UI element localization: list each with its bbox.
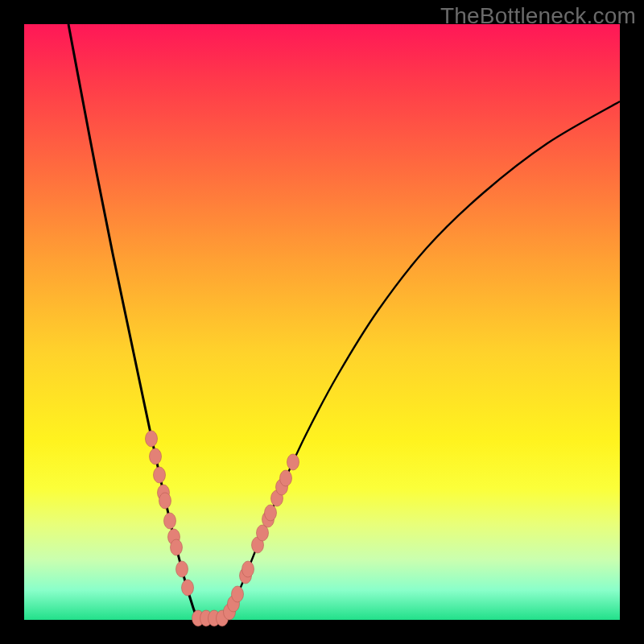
right-branch-marker bbox=[265, 505, 277, 521]
left-branch-marker bbox=[146, 431, 158, 447]
curve-left-branch bbox=[68, 24, 197, 618]
right-branch-marker bbox=[242, 561, 254, 577]
right-branch-marker bbox=[280, 470, 292, 486]
left-branch-marker bbox=[182, 580, 194, 596]
curve-right-branch bbox=[225, 101, 620, 618]
curve-paths bbox=[68, 24, 620, 618]
left-branch-marker bbox=[171, 539, 183, 555]
curve-markers bbox=[146, 431, 299, 626]
plot-area bbox=[24, 24, 620, 620]
left-branch-marker bbox=[150, 448, 162, 464]
left-branch-marker bbox=[176, 561, 188, 577]
right-branch-marker bbox=[287, 454, 299, 470]
chart-frame: TheBottleneck.com bbox=[0, 0, 644, 644]
right-branch-marker bbox=[232, 586, 244, 602]
left-branch-marker bbox=[164, 513, 176, 529]
chart-svg bbox=[24, 24, 620, 620]
left-branch-marker bbox=[154, 467, 166, 483]
left-branch-marker bbox=[159, 493, 171, 509]
